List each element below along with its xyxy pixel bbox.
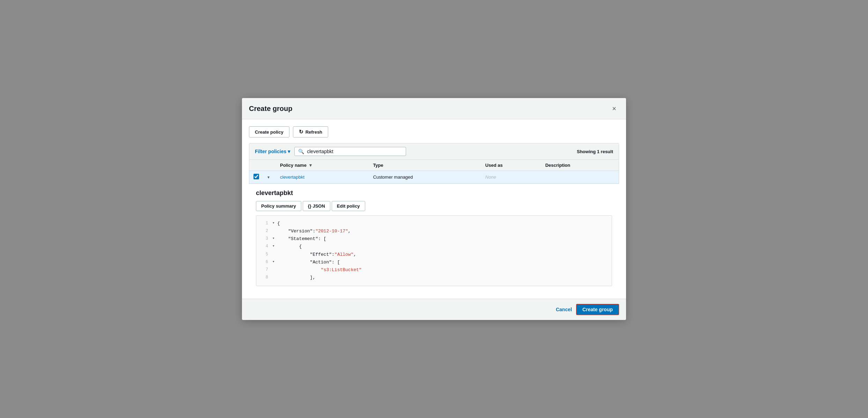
json-line: 5 "Effect": "Allow" , xyxy=(262,251,606,259)
th-checkbox xyxy=(249,160,263,171)
td-policy-name: clevertapbkt xyxy=(276,171,369,184)
th-description: Description xyxy=(541,160,619,171)
modal-header: Create group × xyxy=(242,98,626,119)
line-num: 2 xyxy=(262,227,272,235)
table-container: Policy name ▾ Type Used as Description xyxy=(249,160,619,184)
json-viewer: 1 ▾ { 2 "Version": "2012-10-17" , 3 ▾ xyxy=(256,215,612,286)
expand-button[interactable]: ▾ xyxy=(267,175,270,180)
search-input[interactable] xyxy=(307,149,402,154)
filter-policies-label: Filter policies xyxy=(255,149,286,154)
td-used-as: None xyxy=(481,171,541,184)
line-expand xyxy=(272,266,277,274)
tab-edit-policy[interactable]: Edit policy xyxy=(332,201,365,211)
cancel-button[interactable]: Cancel xyxy=(556,307,572,312)
td-description xyxy=(541,171,619,184)
json-line: 7 "s3:ListBucket" xyxy=(262,266,606,274)
th-used-as: Used as xyxy=(481,160,541,171)
table-header-row: Policy name ▾ Type Used as Description xyxy=(249,160,619,171)
create-policy-button[interactable]: Create policy xyxy=(249,126,289,137)
results-count: Showing 1 result xyxy=(577,149,613,154)
line-num: 6 xyxy=(262,259,272,266)
th-expand xyxy=(263,160,276,171)
filter-policies-button[interactable]: Filter policies ▾ xyxy=(255,149,290,154)
line-num: 1 xyxy=(262,220,272,227)
line-expand xyxy=(272,227,277,235)
line-expand[interactable]: ▾ xyxy=(272,259,277,266)
th-policy-name: Policy name ▾ xyxy=(276,160,369,171)
modal-footer: Cancel Create group xyxy=(242,299,626,320)
line-expand xyxy=(272,251,277,259)
th-type: Type xyxy=(369,160,481,171)
policy-name-link[interactable]: clevertapbkt xyxy=(280,174,304,180)
td-expand[interactable]: ▾ xyxy=(263,171,276,184)
td-checkbox[interactable] xyxy=(249,171,263,184)
json-line: 4 ▾ { xyxy=(262,243,606,251)
toolbar: Create policy ↻ Refresh xyxy=(249,126,619,137)
line-expand[interactable]: ▾ xyxy=(272,243,277,251)
row-checkbox[interactable] xyxy=(253,174,259,179)
sort-icon: ▾ xyxy=(309,163,312,168)
line-num: 5 xyxy=(262,251,272,259)
search-icon: 🔍 xyxy=(298,149,304,154)
filter-left: Filter policies ▾ 🔍 xyxy=(255,147,406,156)
create-policy-label: Create policy xyxy=(255,129,284,135)
filter-bar: Filter policies ▾ 🔍 Showing 1 result xyxy=(249,143,619,160)
used-as-value: None xyxy=(485,174,496,180)
modal-body: Create policy ↻ Refresh Filter policies … xyxy=(242,119,626,299)
line-expand xyxy=(272,274,277,282)
json-line: 1 ▾ { xyxy=(262,220,606,227)
tab-policy-summary[interactable]: Policy summary xyxy=(256,201,301,211)
line-num: 8 xyxy=(262,274,272,282)
refresh-label: Refresh xyxy=(306,129,322,135)
table-row: ▾ clevertapbkt Customer managed None xyxy=(249,171,619,184)
td-type: Customer managed xyxy=(369,171,481,184)
create-group-button[interactable]: Create group xyxy=(576,304,619,315)
refresh-icon: ↻ xyxy=(299,129,303,135)
modal-title: Create group xyxy=(249,105,292,113)
line-expand[interactable]: ▾ xyxy=(272,220,277,227)
json-line: 2 "Version": "2012-10-17" , xyxy=(262,227,606,235)
search-box: 🔍 xyxy=(294,147,406,156)
json-line: 6 ▾ "Action": [ xyxy=(262,259,606,266)
filter-chevron-icon: ▾ xyxy=(288,149,290,154)
policy-table: Policy name ▾ Type Used as Description xyxy=(249,160,619,184)
detail-section: clevertapbkt Policy summary {} JSON Edit… xyxy=(249,184,619,292)
modal-close-button[interactable]: × xyxy=(609,104,619,113)
line-expand[interactable]: ▾ xyxy=(272,235,277,243)
tab-json[interactable]: {} JSON xyxy=(303,201,330,211)
create-group-modal: Create group × Create policy ↻ Refresh F… xyxy=(242,98,626,320)
line-num: 3 xyxy=(262,235,272,243)
line-num: 4 xyxy=(262,243,272,251)
detail-title: clevertapbkt xyxy=(256,189,612,197)
line-num: 7 xyxy=(262,266,272,274)
modal-overlay: Create group × Create policy ↻ Refresh F… xyxy=(0,0,868,418)
json-line: 8 ], xyxy=(262,274,606,282)
json-line: 3 ▾ "Statement": [ xyxy=(262,235,606,243)
detail-tabs: Policy summary {} JSON Edit policy xyxy=(256,201,612,211)
refresh-button[interactable]: ↻ Refresh xyxy=(293,126,328,137)
